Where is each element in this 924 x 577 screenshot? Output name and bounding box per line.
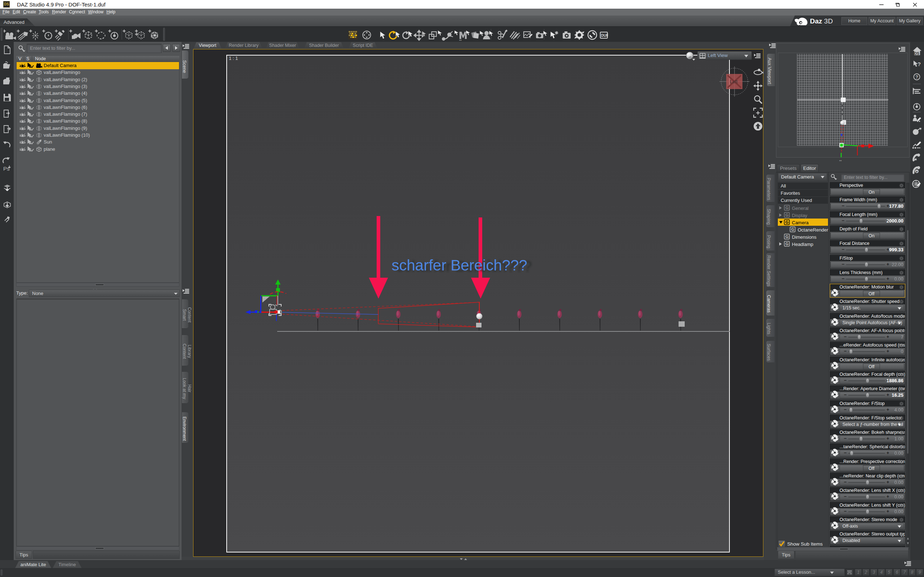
- svg-text:1 : 1: 1 : 1: [229, 56, 238, 61]
- svg-text:Ps: Ps: [3, 166, 10, 172]
- svg-text:scharfer Bereich???: scharfer Bereich???: [392, 257, 527, 274]
- svg-text:DS: DS: [914, 52, 919, 56]
- svg-text:DUF: DUF: [601, 34, 608, 37]
- svg-text:P: P: [916, 170, 918, 174]
- svg-text:?: ?: [916, 75, 918, 80]
- svg-text:?: ?: [918, 61, 921, 67]
- svg-text:Left: Left: [730, 79, 738, 84]
